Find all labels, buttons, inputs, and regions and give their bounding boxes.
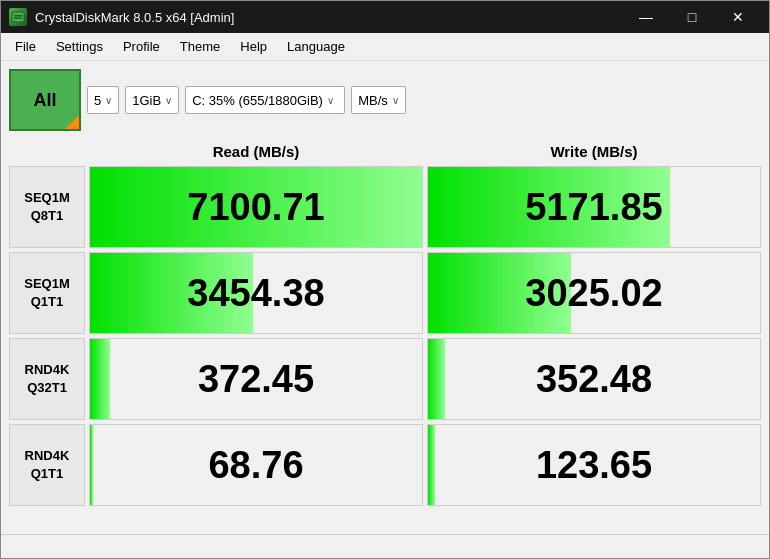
menu-bar: File Settings Profile Theme Help Languag… [1,33,769,61]
size-dropdown[interactable]: 1GiB ∨ [125,86,179,114]
title-bar-left: CrystalDiskMark 8.0.5 x64 [Admin] [9,8,234,26]
title-bar: CrystalDiskMark 8.0.5 x64 [Admin] — □ ✕ [1,1,769,33]
read-header: Read (MB/s) [89,141,423,162]
menu-theme[interactable]: Theme [170,36,230,57]
window-controls: — □ ✕ [623,1,761,33]
write-value-3: 123.65 [427,424,761,506]
window-title: CrystalDiskMark 8.0.5 x64 [Admin] [35,10,234,25]
unit-value: MB/s [358,93,388,108]
size-arrow: ∨ [165,95,172,106]
main-window: CrystalDiskMark 8.0.5 x64 [Admin] — □ ✕ … [0,0,770,559]
count-arrow: ∨ [105,95,112,106]
read-value-1: 3454.38 [89,252,423,334]
table-row: RND4K Q32T1 372.45 352.48 [9,338,761,420]
menu-settings[interactable]: Settings [46,36,113,57]
unit-arrow: ∨ [392,95,399,106]
controls-wrapper: All 5 ∨ 1GiB ∨ C: 35% (655/1880GiB) ∨ MB… [9,69,761,131]
read-value-2: 372.45 [89,338,423,420]
close-button[interactable]: ✕ [715,1,761,33]
write-value-2: 352.48 [427,338,761,420]
menu-profile[interactable]: Profile [113,36,170,57]
write-header: Write (MB/s) [427,141,761,162]
read-value-0: 7100.71 [89,166,423,248]
status-bar [1,534,769,558]
all-button[interactable]: All [9,69,81,131]
table-row: SEQ1M Q8T1 7100.71 5171.85 [9,166,761,248]
size-value: 1GiB [132,93,161,108]
count-dropdown[interactable]: 5 ∨ [87,86,119,114]
write-value-0: 5171.85 [427,166,761,248]
row-label-3: RND4K Q1T1 [9,424,85,506]
menu-file[interactable]: File [5,36,46,57]
unit-dropdown[interactable]: MB/s ∨ [351,86,406,114]
svg-rect-0 [12,12,24,22]
drive-dropdown[interactable]: C: 35% (655/1880GiB) ∨ [185,86,345,114]
app-icon [9,8,27,26]
svg-rect-2 [14,18,22,20]
maximize-button[interactable]: □ [669,1,715,33]
minimize-button[interactable]: — [623,1,669,33]
menu-language[interactable]: Language [277,36,355,57]
table-row: SEQ1M Q1T1 3454.38 3025.02 [9,252,761,334]
row-label-2: RND4K Q32T1 [9,338,85,420]
write-value-1: 3025.02 [427,252,761,334]
table-header-row: Read (MB/s) Write (MB/s) [89,141,761,162]
svg-rect-1 [14,15,22,17]
read-value-3: 68.76 [89,424,423,506]
menu-help[interactable]: Help [230,36,277,57]
benchmark-table: Read (MB/s) Write (MB/s) SEQ1M Q8T1 7100… [9,141,761,526]
row-label-1: SEQ1M Q1T1 [9,252,85,334]
table-row: RND4K Q1T1 68.76 123.65 [9,424,761,506]
row-label-0: SEQ1M Q8T1 [9,166,85,248]
main-content: All 5 ∨ 1GiB ∨ C: 35% (655/1880GiB) ∨ MB… [1,61,769,534]
drive-value: C: 35% (655/1880GiB) [192,93,323,108]
drive-arrow: ∨ [327,95,334,106]
count-value: 5 [94,93,101,108]
